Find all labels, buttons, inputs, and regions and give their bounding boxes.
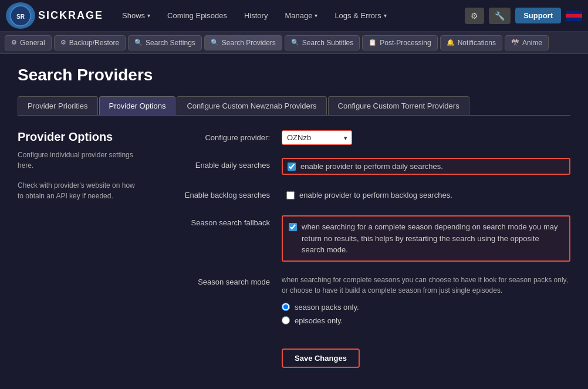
subnav-notifications[interactable]: 🔔 Notifications (440, 35, 502, 50)
nav-coming-episodes[interactable]: Coming Episodes (160, 8, 234, 23)
enable-daily-checkbox-row: enable provider to perform daily searche… (282, 158, 570, 175)
search-icon: 🔍 (291, 39, 299, 46)
subnav-post-processing[interactable]: 📋 Post-Processing (362, 35, 437, 50)
tab-configure-torrent[interactable]: Configure Custom Torrent Providers (328, 96, 469, 115)
page-content: Search Providers Provider Priorities Pro… (0, 54, 588, 389)
subnav-search-settings[interactable]: 🔍 Search Settings (128, 35, 202, 50)
enable-backlog-label: Enable backlog searches (153, 188, 270, 199)
subnav-search-providers[interactable]: 🔍 Search Providers (204, 35, 282, 50)
sidebar-title: Provider Options (18, 130, 135, 144)
support-button[interactable]: Support (515, 8, 561, 23)
sidebar-desc2: Check with provider's website on how to … (18, 180, 135, 201)
subnav-search-subtitles[interactable]: 🔍 Search Subtitles (285, 35, 360, 50)
season-mode-episodes-label: episodes only. (295, 316, 343, 325)
logo-icon: SR (6, 2, 35, 29)
configure-provider-select[interactable]: OZNzb (282, 130, 352, 145)
season-mode-label: Season search mode (153, 275, 270, 286)
top-navigation: SR SICKRAGE Shows ▾ Coming Episodes Hist… (0, 0, 588, 32)
main-layout: Provider Options Configure individual pr… (18, 130, 570, 381)
nav-shows[interactable]: Shows ▾ (115, 8, 157, 23)
tab-provider-priorities[interactable]: Provider Priorities (18, 96, 98, 115)
svg-text:SR: SR (16, 13, 25, 20)
enable-daily-label: Enable daily searches (153, 158, 270, 170)
season-mode-packs-radio[interactable] (282, 303, 290, 311)
season-mode-episodes-radio[interactable] (282, 316, 290, 324)
enable-backlog-checkbox[interactable] (286, 191, 295, 199)
nav-right: ⚙ 🔧 Support (465, 8, 582, 24)
bell-icon: 🔔 (447, 39, 455, 46)
season-fallback-checkbox-label: when searching for a complete season dep… (302, 221, 563, 256)
chevron-down-icon: ▾ (384, 12, 387, 19)
list-icon: 📋 (369, 39, 377, 46)
season-fallback-row: Season search fallback when searching fo… (153, 215, 570, 262)
season-mode-packs: season packs only. (282, 303, 570, 312)
flag-icon (566, 11, 582, 21)
logo[interactable]: SR SICKRAGE (6, 2, 103, 29)
search-icon: 🔍 (211, 39, 219, 46)
sub-navigation: ⚙ General ⚙ Backup/Restore 🔍 Search Sett… (0, 32, 588, 54)
enable-daily-control: enable provider to perform daily searche… (282, 158, 570, 175)
chevron-down-icon: ▾ (147, 12, 150, 19)
gear-button[interactable]: ⚙ (465, 8, 484, 24)
season-mode-control: when searching for complete seasons you … (282, 275, 570, 330)
enable-daily-checkbox[interactable] (288, 163, 296, 171)
sidebar: Provider Options Configure individual pr… (18, 130, 135, 381)
tab-provider-options[interactable]: Provider Options (99, 96, 176, 115)
subnav-general[interactable]: ⚙ General (5, 35, 52, 50)
nav-items: Shows ▾ Coming Episodes History Manage ▾… (115, 8, 465, 23)
wrench-button[interactable]: 🔧 (489, 8, 511, 24)
tab-bar: Provider Priorities Provider Options Con… (18, 96, 570, 116)
save-button[interactable]: Save Changes (282, 349, 360, 368)
season-mode-packs-label: season packs only. (295, 303, 359, 312)
configure-provider-control: OZNzb ▾ (282, 130, 570, 145)
season-mode-row: Season search mode when searching for co… (153, 275, 570, 330)
season-fallback-label: Season search fallback (153, 215, 270, 227)
sidebar-desc1: Configure individual provider settings h… (18, 150, 135, 171)
nav-history[interactable]: History (237, 8, 275, 23)
subnav-backup-restore[interactable]: ⚙ Backup/Restore (54, 35, 126, 50)
enable-backlog-row: Enable backlog searches enable provider … (153, 188, 570, 202)
logo-text: SICKRAGE (38, 9, 103, 22)
enable-backlog-control: enable provider to perform backlog searc… (282, 188, 570, 202)
season-fallback-checkbox[interactable] (289, 223, 297, 231)
gear-icon: ⚙ (11, 39, 17, 46)
enable-daily-checkbox-label: enable provider to perform daily searche… (300, 162, 443, 171)
season-mode-episodes: episodes only. (282, 316, 570, 325)
season-mode-desc: when searching for complete seasons you … (282, 275, 570, 296)
nav-logs-errors[interactable]: Logs & Errors ▾ (327, 8, 393, 23)
subnav-anime[interactable]: 🎌 Anime (505, 35, 549, 50)
season-fallback-control: when searching for a complete season dep… (282, 215, 570, 262)
anime-icon: 🎌 (511, 39, 519, 46)
save-row: Save Changes (153, 343, 570, 368)
nav-manage[interactable]: Manage ▾ (278, 8, 325, 23)
tab-configure-newznab[interactable]: Configure Custom Newznab Providers (177, 96, 326, 115)
save-control: Save Changes (282, 343, 570, 368)
search-icon: 🔍 (134, 39, 143, 46)
enable-backlog-checkbox-row: enable provider to perform backlog searc… (282, 188, 570, 202)
page-title: Search Providers (18, 66, 570, 84)
save-label-spacer (153, 343, 270, 346)
configure-provider-label: Configure provider: (153, 130, 270, 142)
enable-daily-row: Enable daily searches enable provider to… (153, 158, 570, 175)
form-area: Configure provider: OZNzb ▾ Enable daily… (153, 130, 570, 381)
enable-backlog-checkbox-label: enable provider to perform backlog searc… (299, 191, 452, 199)
gear-icon: ⚙ (60, 39, 66, 46)
chevron-down-icon: ▾ (315, 12, 317, 19)
season-fallback-box: when searching for a complete season dep… (282, 215, 570, 262)
configure-provider-select-wrapper: OZNzb ▾ (282, 130, 352, 145)
configure-provider-row: Configure provider: OZNzb ▾ (153, 130, 570, 145)
